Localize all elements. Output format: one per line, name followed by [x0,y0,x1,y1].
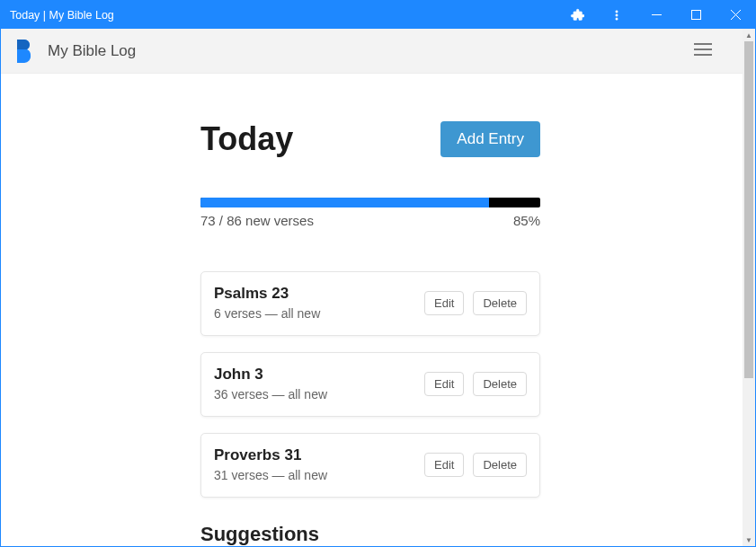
edit-button[interactable]: Edit [424,372,464,396]
entry-title: John 3 [214,366,424,384]
vertical-scrollbar[interactable]: ▲ ▼ [743,29,755,546]
entry-subtitle: 36 verses — all new [214,387,424,401]
scroll-up-icon[interactable]: ▲ [743,29,755,41]
svg-point-1 [616,13,618,15]
svg-point-0 [616,10,618,12]
progress-section: 73 / 86 new verses 85% [200,198,540,228]
extension-icon[interactable] [557,1,597,29]
menu-button[interactable] [689,38,717,65]
delete-button[interactable]: Delete [473,372,527,396]
svg-point-2 [616,17,618,19]
progress-text: 73 / 86 new verses [200,213,314,228]
window-title: Today | My Bible Log [10,9,114,22]
svg-rect-4 [691,11,700,20]
progress-percent: 85% [513,213,540,228]
app-logo-icon [13,39,33,64]
suggestions-heading: Suggestions [200,523,540,546]
edit-button[interactable]: Edit [424,291,464,315]
delete-button[interactable]: Delete [473,291,527,315]
progress-bar [200,198,540,207]
scrollbar-thumb[interactable] [744,41,753,378]
edit-button[interactable]: Edit [424,453,464,477]
content-viewport: Today Add Entry 73 / 86 new verses 85% P… [1,74,743,546]
more-vert-icon[interactable] [597,1,636,29]
app-header: My Bible Log [1,29,755,74]
page-title: Today [200,120,440,158]
entry-card: Proverbs 3131 verses — all newEditDelete [200,433,540,498]
app-name: My Bible Log [48,42,136,60]
delete-button[interactable]: Delete [473,453,527,477]
minimize-button[interactable] [636,1,676,29]
entry-subtitle: 6 verses — all new [214,306,424,321]
maximize-button[interactable] [676,1,716,29]
scroll-down-icon[interactable]: ▼ [743,534,755,546]
entry-card: Psalms 236 verses — all newEditDelete [200,271,540,336]
close-button[interactable] [716,1,755,29]
entry-title: Psalms 23 [214,285,424,303]
entry-subtitle: 31 verses — all new [214,468,424,482]
progress-fill [200,198,489,207]
add-entry-button[interactable]: Add Entry [440,121,540,157]
entry-card: John 336 verses — all newEditDelete [200,352,540,417]
window-titlebar: Today | My Bible Log [1,1,755,29]
entry-title: Proverbs 31 [214,446,424,464]
